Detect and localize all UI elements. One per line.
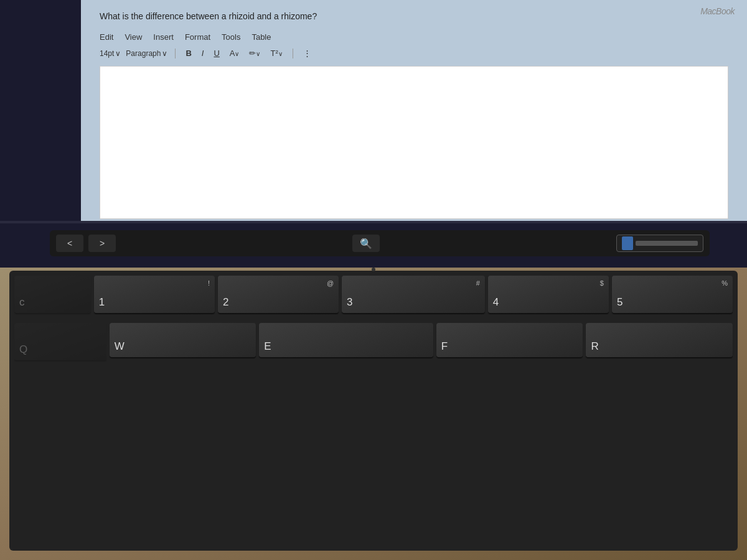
key-q-bot: Q bbox=[19, 343, 27, 356]
touch-bar-back[interactable]: < bbox=[56, 235, 83, 252]
font-color-button[interactable]: A∨ bbox=[227, 48, 242, 58]
key-escape-partial[interactable]: c bbox=[14, 276, 91, 313]
menu-insert[interactable]: Insert bbox=[153, 31, 174, 43]
menu-bar: Edit View Insert Format Tools Table bbox=[81, 29, 747, 45]
key-w[interactable]: W bbox=[110, 323, 256, 357]
keyboard-area: c ! 1 @ 2 # 3 $ 4 % bbox=[0, 268, 747, 560]
key-3-main: 3 bbox=[347, 296, 352, 309]
touch-bar: < > 🔍 bbox=[50, 230, 710, 256]
back-icon: < bbox=[67, 238, 72, 248]
text-style-label: T² bbox=[270, 49, 278, 58]
key-2-main: 2 bbox=[223, 296, 228, 309]
key-2-shift: @ bbox=[327, 279, 334, 287]
touch-bar-search[interactable]: 🔍 bbox=[352, 235, 380, 252]
font-size-arrow: ∨ bbox=[115, 49, 121, 58]
text-style-button[interactable]: T²∨ bbox=[268, 48, 284, 58]
key-3-shift: # bbox=[476, 279, 480, 287]
key-f[interactable]: F bbox=[436, 323, 583, 357]
key-e[interactable]: E bbox=[259, 323, 433, 357]
fingerid-bar bbox=[636, 241, 698, 246]
qwerty-row: Q W E F R bbox=[14, 323, 733, 360]
camera-dot bbox=[372, 268, 375, 271]
key-r[interactable]: R bbox=[586, 323, 733, 357]
key-4[interactable]: $ 4 bbox=[488, 276, 609, 313]
highlight-button[interactable]: ✏∨ bbox=[247, 48, 263, 58]
toolbar: 14pt ∨ Paragraph ∨ B I U A∨ ✏∨ T²∨ ⋮ bbox=[81, 45, 747, 61]
toolbar-divider-2 bbox=[293, 49, 293, 58]
italic-button[interactable]: I bbox=[199, 48, 207, 58]
key-4-shift: $ bbox=[600, 279, 604, 287]
macbook-logo: MacBook bbox=[700, 6, 735, 16]
highlight-icon: ✏ bbox=[249, 49, 256, 58]
more-button[interactable]: ⋮ bbox=[301, 48, 314, 58]
keys-container: c ! 1 @ 2 # 3 $ 4 % bbox=[14, 276, 733, 546]
bold-button[interactable]: B bbox=[183, 48, 194, 58]
macbook-logo-text: MacB bbox=[700, 6, 721, 16]
toolbar-divider-1 bbox=[175, 49, 176, 58]
paragraph-label: Paragraph bbox=[126, 49, 161, 58]
font-size-label: 14pt bbox=[100, 49, 114, 58]
menu-edit[interactable]: Edit bbox=[100, 31, 113, 43]
key-r-main: R bbox=[591, 340, 598, 353]
menu-format[interactable]: Format bbox=[185, 31, 210, 43]
key-bot: c bbox=[19, 296, 25, 309]
key-q-partial[interactable]: Q bbox=[14, 323, 106, 360]
key-1-main: 1 bbox=[99, 296, 105, 309]
paragraph-select[interactable]: Paragraph ∨ bbox=[126, 49, 167, 58]
key-5[interactable]: % 5 bbox=[612, 276, 733, 313]
key-1-shift: ! bbox=[208, 279, 210, 287]
fingerid-indicator bbox=[622, 236, 633, 250]
underline-button[interactable]: U bbox=[211, 48, 222, 58]
key-2[interactable]: @ 2 bbox=[218, 276, 339, 313]
search-icon: 🔍 bbox=[360, 238, 372, 250]
key-5-main: 5 bbox=[617, 296, 622, 309]
key-1[interactable]: ! 1 bbox=[94, 276, 215, 313]
screen-area: What is the difference between a rhizoid… bbox=[0, 0, 747, 236]
key-5-shift: % bbox=[721, 279, 728, 287]
touch-bar-forward[interactable]: > bbox=[88, 235, 116, 252]
menu-view[interactable]: View bbox=[125, 31, 142, 43]
menu-tools[interactable]: Tools bbox=[222, 31, 240, 43]
paragraph-arrow: ∨ bbox=[162, 49, 167, 58]
menu-table[interactable]: Table bbox=[251, 31, 271, 43]
question-bar: What is the difference between a rhizoid… bbox=[81, 0, 747, 29]
screen-content: What is the difference between a rhizoid… bbox=[81, 0, 747, 224]
forward-icon: > bbox=[100, 238, 105, 248]
editor-area[interactable] bbox=[100, 66, 728, 219]
keyboard-body: c ! 1 @ 2 # 3 $ 4 % bbox=[9, 271, 738, 551]
key-w-main: W bbox=[115, 340, 125, 353]
question-text: What is the difference between a rhizoid… bbox=[100, 11, 317, 21]
key-4-main: 4 bbox=[493, 296, 499, 309]
number-row: c ! 1 @ 2 # 3 $ 4 % bbox=[14, 276, 733, 313]
font-size-select[interactable]: 14pt ∨ bbox=[100, 49, 121, 58]
key-3[interactable]: # 3 bbox=[342, 276, 485, 313]
key-e-main: E bbox=[264, 340, 271, 353]
touch-id-area[interactable] bbox=[616, 235, 703, 252]
key-f-main: F bbox=[441, 340, 448, 353]
